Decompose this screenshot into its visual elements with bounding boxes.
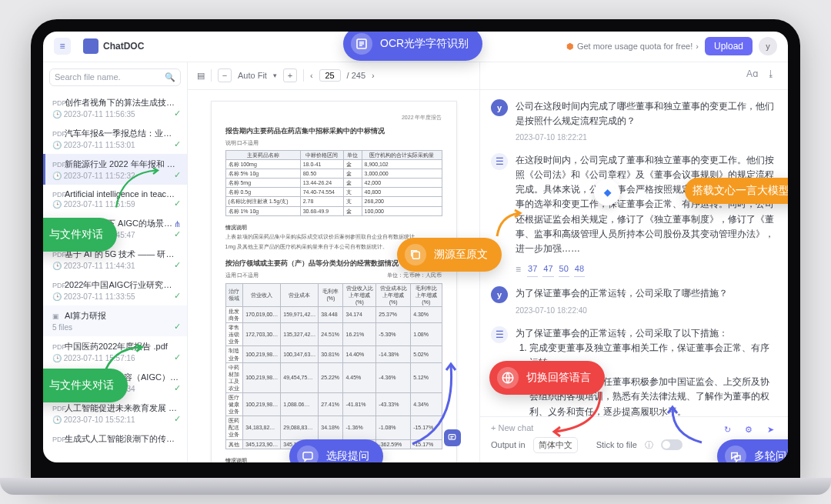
download-button[interactable]: ⭳: [766, 68, 776, 83]
pdf-icon: PDF: [52, 191, 62, 199]
pdf-icon: PDF: [52, 99, 62, 107]
gift-icon: ⬢: [566, 42, 574, 52]
zoom-out-button[interactable]: −: [218, 68, 232, 82]
copy-icon: [405, 244, 426, 265]
sidebar-item[interactable]: PDFArtificial intelligence in teach…🕒 20…: [43, 185, 187, 213]
zoom-label[interactable]: Auto Fit: [238, 71, 267, 80]
check-icon: ✓: [174, 352, 181, 362]
check-icon: ✓: [174, 291, 181, 301]
info-icon[interactable]: ⓘ: [645, 439, 653, 451]
sidebar-item[interactable]: PDF人工智能促进未来教育发展 本…🕒 2023-07-10 15:52:11✓: [43, 398, 187, 429]
ref-link[interactable]: 37: [527, 262, 538, 277]
user-avatar: y: [491, 99, 508, 116]
sidebar-item[interactable]: PDF创作者视角下的算法生成技术…🕒 2023-07-11 11:56:35✓: [43, 92, 187, 123]
callout-ocr: OCR光学字符识别: [343, 32, 482, 61]
chat-message-user: y 公司在这段时间内完成了哪些董事和独立董事的变更工作，他们是按照什么规定流程完…: [491, 99, 777, 144]
pdf-icon: PDF: [52, 251, 62, 259]
check-icon: ✓: [174, 170, 181, 180]
settings-button[interactable]: ⚙: [742, 423, 756, 437]
check-icon: ✓: [174, 108, 181, 118]
chevron-right-icon: ›: [696, 42, 699, 51]
stick-toggle[interactable]: [661, 439, 682, 450]
check-icon: ✓: [174, 322, 181, 332]
callout-select-ask: 选段提问: [289, 439, 383, 462]
ref-link[interactable]: 50: [559, 262, 569, 277]
select-ask-button[interactable]: [444, 429, 461, 446]
brand-icon: [83, 38, 98, 54]
callout-switch-lang: 切换回答语言: [489, 361, 605, 395]
chat-toolbar: Aɑ ⭳: [480, 62, 788, 90]
chat-panel: Aɑ ⭳ y 公司在这段时间内完成了哪些董事和独立董事的变更工作，他们是按照什么…: [480, 62, 788, 462]
output-lang-select[interactable]: 简体中文: [533, 437, 578, 453]
viewer-toolbar: ▤ − Auto Fit ▾ + ‹ / 245 ›: [188, 62, 479, 90]
check-icon: ✓: [174, 260, 181, 270]
text-style-button[interactable]: Aɑ: [746, 68, 759, 83]
callout-model: 搭载文心一言大模型: [685, 178, 788, 204]
chat-icon: [297, 446, 319, 462]
chevron-down-icon: ▾: [273, 72, 277, 79]
app-logo: ≡: [54, 38, 71, 55]
user-avatar: y: [491, 286, 508, 303]
brand-name: ChatDOC: [103, 41, 144, 52]
pdf-icon: PDF: [52, 343, 62, 351]
callout-source: 溯源至原文: [397, 238, 502, 272]
ocr-icon: [351, 33, 372, 55]
sidebar-item[interactable]: PDF新能源行业 2022 年年报和 20…🕒 2023-07-11 11:52…: [43, 154, 187, 185]
model-badge-icon: ◆: [594, 179, 620, 205]
upload-button[interactable]: Upload: [705, 37, 753, 55]
zoom-in-button[interactable]: +: [283, 68, 297, 82]
refs-icon: ≡: [516, 262, 521, 277]
callout-folder-chat: 与文件夹对话: [43, 369, 128, 402]
globe-icon: [497, 367, 519, 389]
pdf-icon: PDF: [52, 436, 62, 443]
sidebar-item[interactable]: PDF生成式人工智能浪潮下的传播…: [43, 429, 187, 449]
callout-multi-turn: 多轮问答: [717, 439, 788, 462]
folder-icon: ▣: [52, 312, 62, 320]
brand: ChatDOC: [83, 38, 144, 54]
select-tool-icon[interactable]: ▤: [197, 71, 205, 81]
page-prev-button[interactable]: ‹: [310, 71, 313, 80]
pdf-icon: PDF: [52, 130, 62, 138]
share-icon[interactable]: ⋔: [174, 219, 181, 229]
page-next-button[interactable]: ›: [372, 71, 375, 80]
stick-label: Stick to file: [596, 440, 637, 449]
ref-link[interactable]: 48: [574, 262, 585, 277]
pdf-icon: PDF: [52, 282, 62, 289]
avatar[interactable]: y: [759, 37, 777, 55]
callout-file-chat: 与文件对话: [43, 218, 117, 252]
pdf-icon: PDF: [52, 161, 62, 169]
doc-page[interactable]: 2022 年年度报告 报告期内主要药品在药店集中招标采购中的中标情况 说明 口不…: [211, 101, 457, 462]
bot-avatar: ☰: [491, 326, 508, 343]
bot-avatar: ☰: [491, 153, 508, 170]
svg-rect-1: [412, 252, 419, 259]
pdf-icon: PDF: [52, 405, 62, 412]
check-icon: ✓: [174, 139, 181, 149]
chat-message-bot: ☰ 在这段时间内，公司完成了董事和独立董事的变更工作。他们按照《公司法》和《公司…: [491, 153, 777, 278]
section-title: 报告期内主要药品在药店集中招标采购中的中标情况: [225, 126, 442, 136]
sidebar: Search file name. 🔍 PDF创作者视角下的算法生成技术…🕒 2…: [43, 62, 188, 462]
doc-header: 2022 年年度报告: [225, 114, 442, 122]
new-chat-button[interactable]: + New chat ↻ ⚙ ➤: [491, 423, 777, 432]
sidebar-item[interactable]: PDF中国医药2022年度报告 .pdf🕒 2023-07-11 15:57:1…: [43, 336, 187, 367]
quota-link[interactable]: ⬢ Get more usage quota for free! ›: [566, 42, 699, 52]
check-icon: ✓: [174, 229, 181, 239]
ref-link[interactable]: 47: [542, 262, 553, 277]
chat-message-user: y 为了保证董事会的正常运转，公司采取了哪些措施？ 2023-07-10 18:…: [491, 286, 777, 316]
doc-table-1: 主要药品名称中标价格区间单位医疗机构的合计实际采购量名称 100mg18.0-4…: [225, 150, 442, 216]
refresh-button[interactable]: ↻: [720, 423, 734, 437]
sidebar-item[interactable]: PDF汽车年报&一季报总结：业绩…🕒 2023-07-11 11:53:01✓: [43, 123, 187, 154]
send-button[interactable]: ➤: [763, 423, 777, 437]
doc-table-2: 治疗领域营业收入营业成本毛利率(%)营业收入比上年增减(%)营业成本比上年增减(…: [225, 283, 442, 449]
output-in-label: Output in: [491, 440, 526, 449]
check-icon: ✓: [174, 383, 181, 393]
chat-multi-icon: [725, 446, 746, 462]
search-icon: 🔍: [165, 72, 175, 82]
check-icon: ✓: [174, 414, 181, 424]
sidebar-item[interactable]: ▣AI算力研报5 files✓: [43, 305, 187, 336]
check-icon: ✓: [174, 199, 181, 209]
search-input[interactable]: Search file name. 🔍: [49, 68, 181, 86]
svg-rect-3: [303, 452, 312, 459]
page-input[interactable]: [319, 69, 341, 82]
source-refs: ≡ 37 47 50 48: [516, 262, 777, 277]
sidebar-item[interactable]: PDF2022年中国AIGC行业研究报…🕒 2023-07-11 11:33:5…: [43, 275, 187, 305]
